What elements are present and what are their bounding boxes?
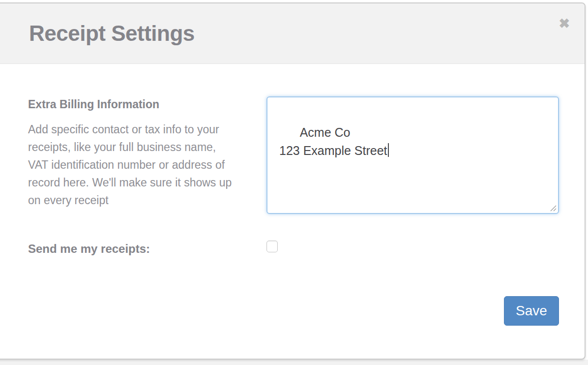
modal-title: Receipt Settings <box>29 21 195 46</box>
billing-info-description: Add specific contact or tax info to your… <box>28 121 235 209</box>
close-icon[interactable]: ✖ <box>559 17 570 30</box>
text-cursor-icon <box>388 143 389 157</box>
send-receipts-checkbox[interactable] <box>266 241 278 252</box>
modal-header: Receipt Settings ✖ <box>0 3 585 64</box>
save-button[interactable]: Save <box>504 296 559 326</box>
page-background <box>0 360 588 365</box>
billing-info-section: Extra Billing Information Add specific c… <box>28 98 235 209</box>
textarea-value: Acme Co 123 Example Street <box>279 125 387 157</box>
modal-body: Extra Billing Information Add specific c… <box>0 64 585 359</box>
billing-info-label: Extra Billing Information <box>28 98 235 111</box>
extra-billing-textarea[interactable]: Acme Co 123 Example Street <box>266 96 559 214</box>
send-receipts-label: Send me my receipts: <box>28 242 150 256</box>
receipt-settings-modal: Receipt Settings ✖ Extra Billing Informa… <box>0 2 586 360</box>
resize-handle-icon[interactable] <box>550 205 557 212</box>
